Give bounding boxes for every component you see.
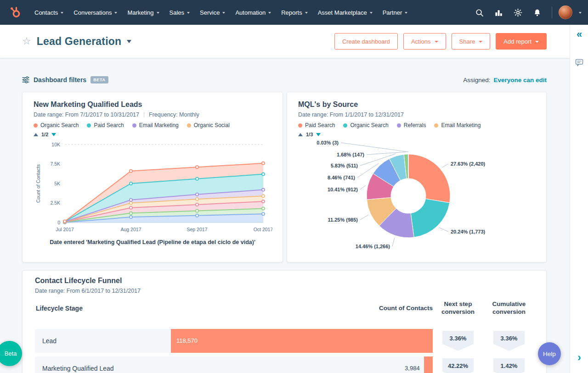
- legend-dot-icon: [343, 123, 347, 128]
- svg-text:14.46% (1,266): 14.46% (1,266): [356, 244, 390, 249]
- create-dashboard-label: Create dashboard: [342, 38, 390, 45]
- svg-text:10K: 10K: [51, 142, 60, 147]
- report-title: Contact Lifecycle Funnel: [35, 277, 534, 285]
- funnel-row-strip: Marketing Qualified Lead3,984: [35, 356, 433, 373]
- pager-up-icon[interactable]: [34, 133, 38, 136]
- chevron-down-icon: [222, 12, 225, 14]
- svg-text:5K: 5K: [54, 181, 60, 186]
- sprocket-icon: [8, 6, 22, 19]
- report-meta: Date range: From 7/1/2017 to 10/31/2017 …: [34, 111, 271, 118]
- comments-icon[interactable]: [570, 58, 588, 67]
- nav-item-marketing[interactable]: Marketing: [122, 6, 164, 20]
- report-title: New Marketing Qualified Leads: [34, 100, 271, 109]
- svg-text:27.63% (2,420): 27.63% (2,420): [451, 161, 486, 167]
- pager-label: 1/3: [306, 132, 313, 137]
- x-axis-caption: Date entered 'Marketing Qualified Lead (…: [34, 239, 271, 246]
- nav-item-reports[interactable]: Reports: [276, 6, 313, 20]
- legend-item[interactable]: Organic Search: [34, 122, 79, 128]
- nav-divider: [552, 6, 552, 18]
- expand-chevron-icon[interactable]: ›: [570, 352, 588, 363]
- nav-item-sales[interactable]: Sales: [164, 6, 195, 20]
- legend-item[interactable]: Organic Social: [187, 122, 230, 128]
- chevron-down-icon: [114, 12, 117, 14]
- conversion-column: 1.42%: [483, 358, 535, 373]
- share-button[interactable]: Share: [452, 33, 491, 50]
- chevron-down-icon: [479, 41, 482, 43]
- pager-down-icon[interactable]: [51, 133, 56, 136]
- funnel-bar-zone: 3,984: [171, 356, 433, 373]
- legend-label: Referrals: [404, 122, 426, 128]
- legend-dot-icon: [298, 123, 302, 128]
- legend-item[interactable]: Email Marketing: [132, 122, 179, 128]
- legend-dot-icon: [187, 123, 191, 128]
- beta-badge: BETA: [90, 76, 108, 84]
- collapse-panel-icon[interactable]: «: [570, 28, 588, 40]
- legend-item[interactable]: Referrals: [397, 122, 426, 128]
- nav-item-conversations[interactable]: Conversations: [68, 6, 122, 20]
- column-header-cumulative: Cumulative conversion: [483, 301, 535, 316]
- conversion-column: 42.22%: [433, 358, 483, 373]
- nav-item-automation[interactable]: Automation: [230, 6, 276, 20]
- favorite-star-icon[interactable]: ☆: [22, 36, 31, 46]
- chevron-down-icon: [268, 12, 271, 14]
- legend-label: Email Marketing: [139, 122, 179, 128]
- date-range: Date range: From 7/1/2017 to 10/31/2017: [34, 111, 139, 118]
- nav-item-asset-marketplace[interactable]: Asset Marketplace: [313, 6, 378, 20]
- add-report-button[interactable]: Add report: [496, 33, 547, 50]
- nav-item-label: Marketing: [127, 9, 153, 16]
- pager-down-icon[interactable]: [316, 133, 321, 136]
- add-report-label: Add report: [503, 38, 531, 45]
- next-step-chip: 3.36%: [442, 331, 474, 351]
- legend-item[interactable]: Organic Search: [343, 122, 388, 128]
- date-range: Date range: From 1/1/2017 to 12/31/2017: [298, 111, 404, 118]
- actions-button[interactable]: Actions: [403, 33, 446, 50]
- cumulative-chip: 1.42%: [493, 358, 525, 373]
- svg-text:Count of Contacts: Count of Contacts: [35, 164, 41, 203]
- legend-dot-icon: [34, 123, 38, 128]
- next-step-chip: 42.22%: [442, 358, 474, 373]
- notifications-bell-icon[interactable]: [529, 4, 545, 21]
- column-header-count: Count of Contacts: [171, 305, 433, 312]
- pager-up-icon[interactable]: [298, 133, 303, 136]
- legend-label: Organic Search: [40, 122, 79, 128]
- page-title[interactable]: Lead Generation: [37, 35, 121, 48]
- report-title: MQL's by Source: [298, 100, 535, 109]
- funnel-row: Lead118,5703.36%3.36%: [35, 329, 534, 353]
- conversion-column: 3.36%: [483, 331, 535, 351]
- chart-legend: Paid SearchOrganic SearchReferralsEmail …: [298, 122, 535, 128]
- dashboard-content: Dashboard filters BETA Assigned:Everyone…: [0, 58, 570, 373]
- dashboard-switcher-caret-icon[interactable]: [127, 40, 131, 43]
- nav-item-service[interactable]: Service: [195, 6, 230, 20]
- legend-label: Paid Search: [94, 122, 124, 128]
- legend-item[interactable]: Paid Search: [298, 122, 335, 128]
- legend-item[interactable]: Email Marketing: [434, 122, 481, 128]
- dashboard-filters-button[interactable]: Dashboard filters BETA: [22, 76, 108, 84]
- nav-item-contacts[interactable]: Contacts: [29, 6, 68, 20]
- nav-item-label: Asset Marketplace: [318, 9, 367, 16]
- nav-item-label: Reports: [281, 9, 302, 16]
- user-avatar[interactable]: [559, 6, 572, 19]
- chart-legend: Organic SearchPaid SearchEmail Marketing…: [34, 122, 271, 128]
- report-card-mql-by-source: MQL's by Source Date range: From 1/1/201…: [287, 92, 547, 262]
- filter-slider-icon: [22, 76, 29, 84]
- report-meta: Date range: From 1/1/2017 to 12/31/2017: [298, 111, 535, 118]
- dashboard-filters-label: Dashboard filters: [34, 76, 86, 84]
- chevron-down-icon[interactable]: [579, 12, 582, 14]
- legend-item[interactable]: Paid Search: [87, 122, 124, 128]
- assigned-label: Assigned:: [463, 77, 490, 84]
- report-card-new-mql: New Marketing Qualified Leads Date range…: [22, 92, 283, 262]
- chevron-down-icon: [61, 12, 63, 14]
- chevron-down-icon: [157, 12, 159, 14]
- assigned-permission-link[interactable]: Everyone can edit: [493, 77, 547, 84]
- svg-text:Aug 2017: Aug 2017: [121, 227, 141, 232]
- settings-gear-icon[interactable]: [509, 4, 526, 21]
- marketplace-icon[interactable]: [490, 4, 507, 21]
- help-fab-button[interactable]: Help: [538, 342, 561, 365]
- nav-item-label: Service: [200, 9, 220, 16]
- search-icon[interactable]: [471, 4, 487, 21]
- nav-item-partner[interactable]: Partner: [378, 6, 413, 20]
- share-label: Share: [459, 38, 475, 45]
- create-dashboard-button[interactable]: Create dashboard: [334, 33, 398, 50]
- hubspot-logo-icon[interactable]: [7, 5, 23, 20]
- funnel-stage-label: Marketing Qualified Lead: [35, 365, 171, 372]
